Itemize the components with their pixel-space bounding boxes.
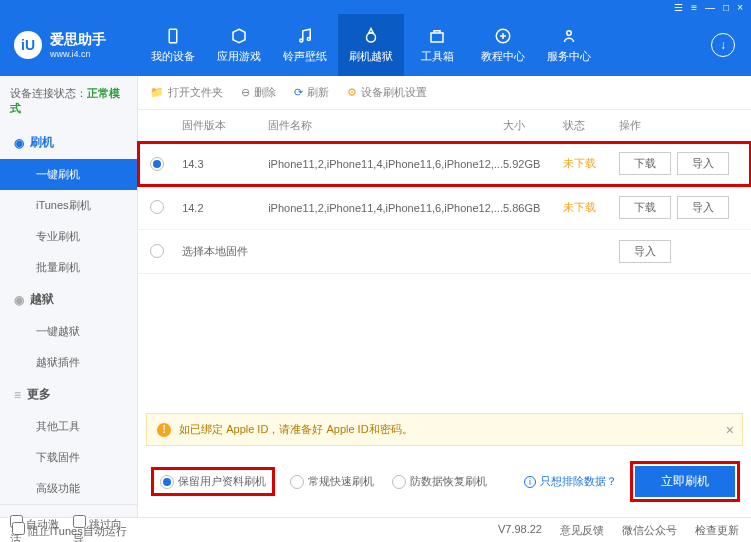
col-status: 状态 bbox=[563, 118, 613, 133]
firmware-row[interactable]: 14.2 iPhone11,2,iPhone11,4,iPhone11,6,iP… bbox=[138, 186, 751, 230]
maximize-icon[interactable]: □ bbox=[723, 2, 729, 13]
import-button[interactable]: 导入 bbox=[619, 240, 671, 263]
refresh-icon: ⟳ bbox=[294, 86, 303, 99]
logo: iU 爱思助手 www.i4.cn bbox=[0, 31, 140, 59]
close-notice-icon[interactable]: × bbox=[726, 422, 734, 438]
connection-status: 设备连接状态：正常模式 bbox=[0, 76, 137, 126]
svg-rect-0 bbox=[169, 29, 177, 43]
app-name: 爱思助手 bbox=[50, 31, 106, 49]
folder-icon: 📁 bbox=[150, 86, 164, 99]
nav-my-device[interactable]: 我的设备 bbox=[140, 14, 206, 76]
window-titlebar: ☰ ≡ — □ × bbox=[0, 0, 751, 14]
nav-toolbox[interactable]: 工具箱 bbox=[404, 14, 470, 76]
jailbreak-icon: ◉ bbox=[14, 293, 24, 307]
close-icon[interactable]: × bbox=[737, 2, 743, 13]
table-header: 固件版本 固件名称 大小 状态 操作 bbox=[138, 110, 751, 142]
nav-ringtones[interactable]: 铃声壁纸 bbox=[272, 14, 338, 76]
col-size: 大小 bbox=[503, 118, 563, 133]
nav-services[interactable]: 服务中心 bbox=[536, 14, 602, 76]
svg-rect-4 bbox=[431, 33, 443, 42]
download-button[interactable]: 下载 bbox=[619, 152, 671, 175]
svg-point-6 bbox=[567, 30, 572, 35]
sidebar-group-more[interactable]: ≡更多 bbox=[0, 378, 137, 411]
sidebar-item-other-tools[interactable]: 其他工具 bbox=[0, 411, 137, 442]
option-recovery-flash[interactable]: 防数据恢复刷机 bbox=[392, 474, 487, 489]
block-itunes-checkbox[interactable]: 阻止iTunes自动运行 bbox=[12, 522, 127, 539]
footer: 阻止iTunes自动运行 V7.98.22 意见反馈 微信公众号 检查更新 bbox=[0, 517, 751, 542]
delete-button[interactable]: ⊖删除 bbox=[241, 85, 276, 100]
radio-firmware-14-2[interactable] bbox=[150, 200, 164, 214]
sidebar-item-itunes-flash[interactable]: iTunes刷机 bbox=[0, 190, 137, 221]
sidebar-item-jailbreak-plugins[interactable]: 越狱插件 bbox=[0, 347, 137, 378]
sidebar-item-oneclick-jailbreak[interactable]: 一键越狱 bbox=[0, 316, 137, 347]
col-name: 固件名称 bbox=[268, 118, 503, 133]
nav-tutorials[interactable]: 教程中心 bbox=[470, 14, 536, 76]
nav-apps[interactable]: 应用游戏 bbox=[206, 14, 272, 76]
flash-now-button[interactable]: 立即刷机 bbox=[635, 466, 735, 497]
minimize-icon[interactable]: — bbox=[705, 2, 715, 13]
feedback-link[interactable]: 意见反馈 bbox=[560, 523, 604, 538]
svg-point-2 bbox=[307, 37, 310, 40]
logo-icon: iU bbox=[14, 31, 42, 59]
gear-icon: ⚙ bbox=[347, 86, 357, 99]
sidebar: 设备连接状态：正常模式 ◉刷机 一键刷机 iTunes刷机 专业刷机 批量刷机 … bbox=[0, 76, 138, 517]
exclude-data-link[interactable]: i只想排除数据？ bbox=[524, 474, 617, 489]
svg-point-3 bbox=[367, 33, 376, 42]
download-icon[interactable]: ↓ bbox=[711, 33, 735, 57]
main-content: 📁打开文件夹 ⊖删除 ⟳刷新 ⚙设备刷机设置 固件版本 固件名称 大小 状态 操… bbox=[138, 76, 751, 517]
check-update-link[interactable]: 检查更新 bbox=[695, 523, 739, 538]
local-firmware-row[interactable]: 选择本地固件 导入 bbox=[138, 230, 751, 274]
menu-icon[interactable]: ☰ bbox=[674, 2, 683, 13]
sidebar-group-jailbreak[interactable]: ◉越狱 bbox=[0, 283, 137, 316]
flash-icon: ◉ bbox=[14, 136, 24, 150]
import-button[interactable]: 导入 bbox=[677, 152, 729, 175]
more-icon: ≡ bbox=[14, 388, 21, 402]
radio-local-firmware[interactable] bbox=[150, 244, 164, 258]
import-button[interactable]: 导入 bbox=[677, 196, 729, 219]
header: iU 爱思助手 www.i4.cn 我的设备 应用游戏 铃声壁纸 刷机越狱 工具… bbox=[0, 14, 751, 76]
appleid-notice: ! 如已绑定 Apple ID，请准备好 Apple ID和密码。 × bbox=[146, 413, 743, 446]
device-settings-button[interactable]: ⚙设备刷机设置 bbox=[347, 85, 427, 100]
download-button[interactable]: 下载 bbox=[619, 196, 671, 219]
sidebar-group-flash[interactable]: ◉刷机 bbox=[0, 126, 137, 159]
firmware-row[interactable]: 14.3 iPhone11,2,iPhone11,4,iPhone11,6,iP… bbox=[138, 142, 751, 186]
col-version: 固件版本 bbox=[182, 118, 268, 133]
version-label: V7.98.22 bbox=[498, 523, 542, 538]
svg-point-1 bbox=[300, 39, 303, 42]
info-icon: i bbox=[524, 476, 536, 488]
warning-icon: ! bbox=[157, 423, 171, 437]
main-nav: 我的设备 应用游戏 铃声壁纸 刷机越狱 工具箱 教程中心 服务中心 bbox=[140, 14, 602, 76]
delete-icon: ⊖ bbox=[241, 86, 250, 99]
sidebar-item-batch-flash[interactable]: 批量刷机 bbox=[0, 252, 137, 283]
toolbar: 📁打开文件夹 ⊖删除 ⟳刷新 ⚙设备刷机设置 bbox=[138, 76, 751, 110]
col-ops: 操作 bbox=[613, 118, 739, 133]
wechat-link[interactable]: 微信公众号 bbox=[622, 523, 677, 538]
sidebar-item-advanced[interactable]: 高级功能 bbox=[0, 473, 137, 504]
option-keep-data[interactable]: 保留用户资料刷机 bbox=[160, 474, 266, 489]
header-right: ↓ bbox=[711, 33, 751, 57]
grid-icon[interactable]: ≡ bbox=[691, 2, 697, 13]
sidebar-item-oneclick-flash[interactable]: 一键刷机 bbox=[0, 159, 137, 190]
nav-flash-jailbreak[interactable]: 刷机越狱 bbox=[338, 14, 404, 76]
option-normal-flash[interactable]: 常规快速刷机 bbox=[290, 474, 374, 489]
open-folder-button[interactable]: 📁打开文件夹 bbox=[150, 85, 223, 100]
app-url: www.i4.cn bbox=[50, 49, 106, 59]
radio-firmware-14-3[interactable] bbox=[150, 157, 164, 171]
flash-options: 保留用户资料刷机 常规快速刷机 防数据恢复刷机 i只想排除数据？ 立即刷机 bbox=[146, 456, 743, 507]
sidebar-item-pro-flash[interactable]: 专业刷机 bbox=[0, 221, 137, 252]
refresh-button[interactable]: ⟳刷新 bbox=[294, 85, 329, 100]
sidebar-item-download-firmware[interactable]: 下载固件 bbox=[0, 442, 137, 473]
